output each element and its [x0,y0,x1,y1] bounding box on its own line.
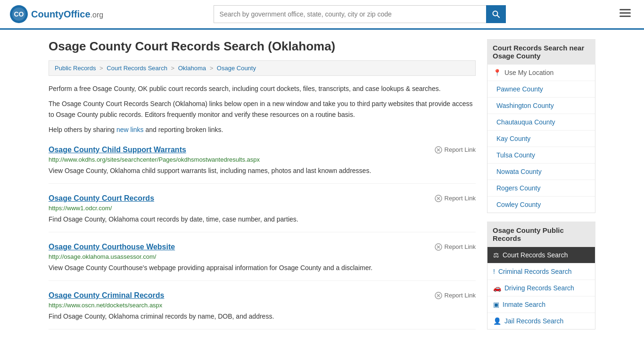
public-records-link-1[interactable]: ! Criminal Records Search [487,263,595,280]
search-input[interactable] [214,5,486,23]
nearby-list-item: Rogers County [487,180,595,197]
svg-line-4 [497,16,499,18]
nearby-list-item: Chautauqua County [487,114,595,131]
nearby-link-8[interactable]: Cowley County [487,197,595,213]
breadcrumb-sep2: > [171,65,176,72]
result-url-1: https://www1.odcr.com/ [49,205,476,212]
public-records-icon-0: ⚖ [493,251,499,259]
result-title-3[interactable]: Osage County Criminal Records [49,291,164,300]
result-title-row: Osage County Court Records Report Link [49,194,476,203]
main-container: Osage County Court Records Search (Oklah… [39,30,605,347]
result-title-row: Osage County Child Support Warrants Repo… [49,146,476,154]
hamburger-icon [619,9,631,17]
public-records-link-0[interactable]: ⚖ Court Records Search [487,247,595,263]
public-records-list: ⚖ Court Records Search ! Criminal Record… [487,247,595,329]
svg-rect-6 [619,12,631,14]
report-link-btn-3[interactable]: Report Link [435,292,476,299]
breadcrumb-public-records[interactable]: Public Records [55,65,96,72]
nearby-label-4: Kay County [496,135,530,142]
breadcrumb-oklahoma[interactable]: Oklahoma [178,65,206,72]
nearby-link-6[interactable]: Nowata County [487,164,595,180]
public-records-label-1: Criminal Records Search [498,268,572,275]
search-button[interactable] [486,5,506,23]
nearby-list-item: Washington County [487,98,595,114]
breadcrumb-court-records-search[interactable]: Court Records Search [107,65,167,72]
search-icon [492,10,500,18]
logo-text: CountyOffice.org [31,9,103,20]
result-desc-3: Find Osage County, Oklahoma criminal rec… [49,312,476,321]
new-links-link[interactable]: new links [116,126,144,133]
public-records-label-0: Court Records Search [503,251,568,259]
public-records-link-3[interactable]: ▣ Inmate Search [487,296,595,313]
hamburger-button[interactable] [616,6,635,22]
breadcrumb-sep1: > [99,65,105,72]
public-records-icon-4: 👤 [493,317,501,325]
logo-area: CO CountyOffice.org [9,5,103,24]
svg-text:CO: CO [14,10,24,18]
result-title-2[interactable]: Osage County Courthouse Website [49,243,175,251]
nearby-link-5[interactable]: Tulsa County [487,147,595,163]
nearby-link-1[interactable]: Pawnee County [487,81,595,97]
report-link-btn-1[interactable]: Report Link [435,195,476,202]
nearby-label-8: Cowley County [496,201,541,208]
result-desc-1: Find Osage County, Oklahoma court record… [49,214,476,224]
result-desc-2: View Osage County Courthouse's webpage p… [49,263,476,273]
breadcrumb-osage-county[interactable]: Osage County [217,65,256,72]
report-link-label-1: Report Link [445,195,476,202]
description-1: Perform a free Osage County, OK public c… [49,83,476,94]
public-records-list-item: ! Criminal Records Search [487,263,595,280]
public-records-list-item: ⚖ Court Records Search [487,247,595,263]
nearby-list: 📍 Use My Location Pawnee County Washingt… [487,65,595,213]
result-desc-0: View Osage County, Oklahoma child suppor… [49,166,476,176]
public-records-list-item: 🚗 Driving Records Search [487,280,595,296]
search-area [214,5,506,23]
content-area: Osage County Court Records Search (Oklah… [49,39,476,338]
nearby-label-0: Use My Location [504,69,553,76]
description-3: Help others by sharing new links and rep… [49,124,476,135]
nearby-list-item: 📍 Use My Location [487,65,595,81]
public-records-label-2: Driving Records Search [504,284,574,292]
result-url-3: https://www.oscn.net/dockets/search.aspx [49,302,476,309]
result-item: Osage County Child Support Warrants Repo… [49,146,476,184]
public-records-label-4: Jail Records Search [504,317,563,325]
nearby-label-3: Chautauqua County [496,118,555,126]
result-url-0: http://www.okdhs.org/sites/searchcenter/… [49,156,476,163]
nearby-icon-0: 📍 [493,69,501,76]
logo-icon: CO [9,5,28,24]
result-title-row: Osage County Criminal Records Report Lin… [49,291,476,300]
nearby-link-7[interactable]: Rogers County [487,180,595,196]
public-records-icon-1: ! [493,268,495,275]
nearby-link-3[interactable]: Chautauqua County [487,114,595,130]
report-icon [435,195,442,202]
public-records-link-2[interactable]: 🚗 Driving Records Search [487,280,595,296]
result-title-1[interactable]: Osage County Court Records [49,194,154,203]
sidebar: Court Records Search near Osage County 📍… [487,39,595,338]
description-3-prefix: Help others by sharing [49,126,116,133]
nearby-label-7: Rogers County [496,184,540,192]
nearby-list-item: Pawnee County [487,81,595,98]
result-title-row: Osage County Courthouse Website Report L… [49,243,476,251]
report-link-btn-0[interactable]: Report Link [435,146,476,154]
sidebar-nearby-header: Court Records Search near Osage County [487,39,595,65]
results-container: Osage County Child Support Warrants Repo… [49,146,476,329]
nearby-list-item: Nowata County [487,164,595,180]
report-link-btn-2[interactable]: Report Link [435,243,476,251]
nearby-label-5: Tulsa County [496,151,535,159]
svg-rect-5 [619,9,631,10]
description-2: The Osage County Court Records Search (O… [49,99,476,120]
nearby-link-0[interactable]: 📍 Use My Location [487,65,595,81]
result-url-2: http://osage.oklahoma.usassessor.com/ [49,253,476,260]
sidebar-public-records-header: Osage County Public Records [487,222,595,247]
report-icon [435,146,442,154]
result-item: Osage County Court Records Report Link h… [49,194,476,232]
svg-rect-7 [619,16,631,17]
page-title: Osage County Court Records Search (Oklah… [49,39,476,54]
public-records-link-4[interactable]: 👤 Jail Records Search [487,313,595,329]
nearby-list-item: Cowley County [487,197,595,213]
public-records-label-3: Inmate Search [503,301,545,308]
breadcrumb: Public Records > Court Records Search > … [49,60,476,76]
nearby-link-2[interactable]: Washington County [487,98,595,114]
public-records-list-item: 👤 Jail Records Search [487,313,595,329]
result-title-0[interactable]: Osage County Child Support Warrants [49,146,186,154]
nearby-link-4[interactable]: Kay County [487,131,595,147]
